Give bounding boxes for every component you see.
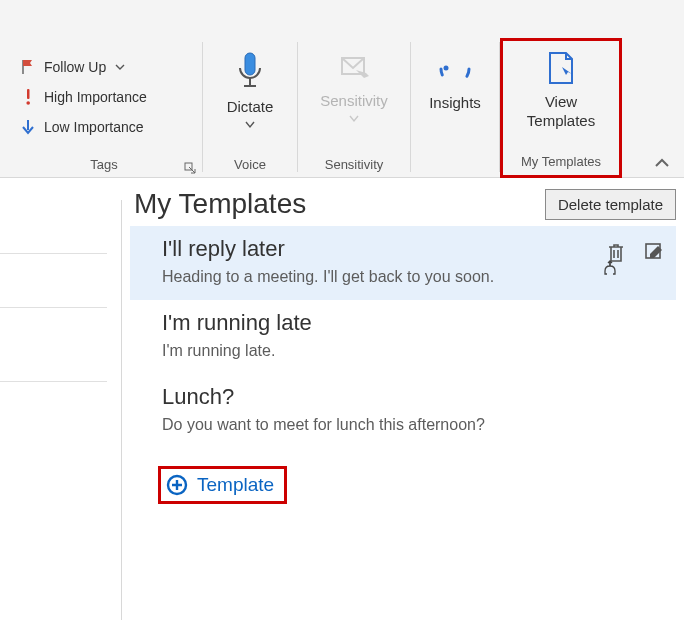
- left-column: [0, 200, 122, 620]
- trash-icon[interactable]: [606, 242, 626, 264]
- list-item[interactable]: [0, 308, 107, 382]
- flag-icon: [18, 59, 38, 75]
- sensitivity-button: Sensitivity: [310, 46, 398, 123]
- low-importance-label: Low Importance: [44, 119, 144, 135]
- pane-title: My Templates: [130, 188, 306, 220]
- template-item[interactable]: Lunch? Do you want to meet for lunch thi…: [130, 374, 676, 448]
- template-item[interactable]: I'll reply later Heading to a meeting. I…: [130, 226, 676, 300]
- insights-button[interactable]: Insights: [419, 46, 491, 113]
- ribbon-group-sensitivity: Sensitivity Sensitivity: [298, 42, 410, 178]
- template-body: I'm running late.: [162, 342, 662, 360]
- view-templates-button[interactable]: ViewTemplates: [517, 45, 605, 131]
- follow-up-button[interactable]: Follow Up: [18, 52, 202, 82]
- list-item[interactable]: [0, 200, 107, 254]
- tags-dialog-launcher[interactable]: [184, 162, 196, 174]
- low-importance-icon: [18, 118, 38, 136]
- ribbon: Follow Up High Importance Low Importance…: [0, 0, 684, 178]
- template-page-icon: [544, 49, 578, 87]
- svg-rect-3: [245, 53, 255, 75]
- sensitivity-icon: [336, 50, 372, 86]
- follow-up-label: Follow Up: [44, 59, 106, 75]
- view-templates-label: ViewTemplates: [527, 93, 595, 131]
- svg-rect-0: [27, 89, 30, 99]
- high-importance-label: High Importance: [44, 89, 147, 105]
- svg-point-5: [443, 66, 448, 71]
- delete-template-button[interactable]: Delete template: [545, 189, 676, 220]
- add-template-label: Template: [197, 474, 274, 496]
- my-templates-pane: My Templates Delete template I'll reply …: [122, 178, 684, 641]
- collapse-ribbon-button[interactable]: [654, 157, 670, 169]
- svg-point-1: [26, 101, 30, 105]
- sensitivity-group-label: Sensitivity: [298, 157, 410, 172]
- low-importance-button[interactable]: Low Importance: [18, 112, 202, 142]
- list-item[interactable]: [0, 254, 107, 308]
- template-title: Lunch?: [162, 384, 662, 410]
- chevron-down-icon: [349, 115, 359, 123]
- dictate-label: Dictate: [227, 98, 274, 117]
- microphone-icon: [233, 50, 267, 92]
- template-title: I'll reply later: [162, 236, 662, 262]
- template-item[interactable]: I'm running late I'm running late.: [130, 300, 676, 374]
- tags-group-label: Tags: [6, 157, 202, 172]
- dictate-button[interactable]: Dictate: [217, 46, 284, 129]
- chevron-down-icon: [245, 121, 255, 129]
- ribbon-group-insights: Insights: [411, 42, 499, 178]
- sensitivity-label: Sensitivity: [320, 92, 388, 111]
- content-area: My Templates Delete template I'll reply …: [0, 178, 684, 641]
- ribbon-group-voice: Dictate Voice: [203, 42, 297, 178]
- my-templates-group-label: My Templates: [503, 154, 619, 169]
- high-importance-icon: [18, 88, 38, 106]
- add-template-button[interactable]: Template: [158, 466, 287, 504]
- ribbon-group-tags: Follow Up High Importance Low Importance…: [6, 42, 202, 178]
- template-body: Do you want to meet for lunch this after…: [162, 416, 662, 434]
- chevron-down-icon: [110, 62, 130, 72]
- edit-icon[interactable]: [644, 242, 664, 264]
- insights-label: Insights: [429, 94, 481, 113]
- plus-circle-icon: [165, 473, 189, 497]
- template-body: Heading to a meeting. I'll get back to y…: [162, 268, 662, 286]
- template-title: I'm running late: [162, 310, 662, 336]
- voice-group-label: Voice: [203, 157, 297, 172]
- ribbon-group-my-templates: ViewTemplates My Templates: [500, 38, 622, 178]
- high-importance-button[interactable]: High Importance: [18, 82, 202, 112]
- insights-icon: [436, 50, 474, 88]
